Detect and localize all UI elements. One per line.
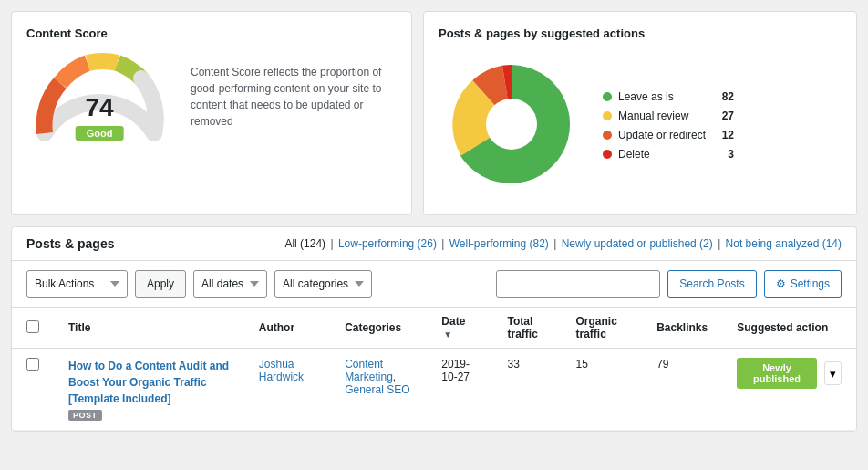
toolbar-right: Search Posts ⚙ Settings xyxy=(496,270,842,298)
legend-dot-update xyxy=(603,131,612,140)
donut-panel-title: Posts & pages by suggested actions xyxy=(439,26,842,40)
author-link[interactable]: Joshua Hardwick xyxy=(259,358,304,383)
row-organic-traffic-cell: 15 xyxy=(561,349,642,431)
legend-item-delete: Delete 3 xyxy=(603,148,734,161)
filter-links: All (124) | Low-performing (26) | Well-p… xyxy=(284,237,842,250)
row-date-cell: 2019-10-27 xyxy=(427,349,492,431)
donut-panel: Posts & pages by suggested actions xyxy=(423,11,857,215)
legend-dot-leave xyxy=(603,92,612,101)
suggested-action-button[interactable]: Newly published xyxy=(737,358,817,389)
sort-arrow-icon: ▼ xyxy=(443,329,452,339)
donut-chart xyxy=(439,51,584,200)
legend-label-update: Update or redirect xyxy=(618,129,706,141)
search-input[interactable] xyxy=(496,270,660,298)
content-score-panel: Content Score xyxy=(11,11,412,215)
row-backlinks-cell: 79 xyxy=(642,349,722,431)
legend-value-delete: 3 xyxy=(712,148,734,161)
gauge-label: Good xyxy=(76,126,124,141)
chevron-down-icon: ▾ xyxy=(830,367,836,381)
legend-label-delete: Delete xyxy=(618,148,706,161)
row-categories-cell: Content Marketing, General SEO xyxy=(330,349,427,431)
col-total-traffic-header: Total traffic xyxy=(493,308,562,349)
col-backlinks-header: Backlinks xyxy=(642,308,722,349)
select-all-checkbox[interactable] xyxy=(26,320,39,333)
col-checkbox xyxy=(12,308,54,349)
table-row: How to Do a Content Audit and Boost Your… xyxy=(12,349,856,431)
legend-item-leave: Leave as is 82 xyxy=(603,90,734,103)
categories-select[interactable]: All categories xyxy=(274,270,372,298)
post-title-link[interactable]: How to Do a Content Audit and Boost Your… xyxy=(68,360,229,405)
legend-item-update: Update or redirect 12 xyxy=(603,129,734,141)
legend-label-leave: Leave as is xyxy=(618,90,706,103)
dates-select[interactable]: All dates xyxy=(193,270,267,298)
filter-not-analyzed[interactable]: Not being analyzed (14) xyxy=(726,237,842,250)
gauge-number: 74 xyxy=(85,93,113,122)
svg-point-0 xyxy=(486,99,537,150)
row-author-cell: Joshua Hardwick xyxy=(244,349,330,431)
settings-label: Settings xyxy=(790,277,830,290)
row-checkbox-cell xyxy=(12,349,54,431)
col-categories-header: Categories xyxy=(330,308,427,349)
donut-legend: Leave as is 82 Manual review 27 Update o… xyxy=(603,90,734,161)
legend-label-manual: Manual review xyxy=(618,110,706,122)
donut-content: Leave as is 82 Manual review 27 Update o… xyxy=(439,51,842,200)
col-date-header[interactable]: Date ▼ xyxy=(427,308,492,349)
apply-button[interactable]: Apply xyxy=(135,270,186,298)
action-cell-container: Newly published ▾ xyxy=(737,358,842,389)
toolbar: Bulk Actions Edit Move to Trash Apply Al… xyxy=(12,261,856,308)
gear-icon: ⚙ xyxy=(776,277,786,290)
search-posts-button[interactable]: Search Posts xyxy=(667,270,756,298)
row-title-cell: How to Do a Content Audit and Boost Your… xyxy=(54,349,244,431)
col-title-header: Title xyxy=(54,308,244,349)
posts-header: Posts & pages All (124) | Low-performing… xyxy=(12,227,856,261)
row-action-cell: Newly published ▾ xyxy=(722,349,856,431)
gauge-description: Content Score reflects the proportion of… xyxy=(191,64,397,130)
col-organic-traffic-header: Organic traffic xyxy=(561,308,642,349)
col-author-header: Author xyxy=(244,308,330,349)
legend-item-manual: Manual review 27 xyxy=(603,110,734,122)
posts-pages-title: Posts & pages xyxy=(26,236,114,251)
legend-value-update: 12 xyxy=(712,129,734,141)
post-type-tag: POST xyxy=(68,410,102,421)
toolbar-left: Bulk Actions Edit Move to Trash Apply Al… xyxy=(26,270,372,298)
action-chevron-button[interactable]: ▾ xyxy=(824,361,842,385)
col-suggested-action-header: Suggested action xyxy=(722,308,856,349)
category-link-2[interactable]: General SEO xyxy=(345,383,409,396)
legend-value-manual: 27 xyxy=(712,110,734,122)
filter-well-performing[interactable]: Well-performing (82) xyxy=(450,237,549,250)
bulk-actions-select[interactable]: Bulk Actions Edit Move to Trash xyxy=(26,270,128,298)
table-header-row: Title Author Categories Date ▼ Total tra… xyxy=(12,308,856,349)
legend-dot-manual xyxy=(603,111,612,120)
content-score-title: Content Score xyxy=(26,26,397,40)
gauge-wrap: 74 Good xyxy=(26,51,172,142)
legend-dot-delete xyxy=(603,150,612,159)
filter-all[interactable]: All (124) xyxy=(284,237,326,250)
posts-pages-section: Posts & pages All (124) | Low-performing… xyxy=(11,226,857,432)
filter-newly-updated[interactable]: Newly updated or published (2) xyxy=(562,237,713,250)
gauge-container: 74 Good Content Score reflects the propo… xyxy=(26,51,397,142)
row-total-traffic-cell: 33 xyxy=(493,349,562,431)
category-link-1[interactable]: Content Marketing xyxy=(345,358,393,383)
legend-value-leave: 82 xyxy=(712,90,734,103)
filter-low-performing[interactable]: Low-performing (26) xyxy=(338,237,437,250)
settings-button[interactable]: ⚙ Settings xyxy=(764,270,842,298)
posts-table: Title Author Categories Date ▼ Total tra… xyxy=(12,308,856,431)
row-checkbox[interactable] xyxy=(26,358,39,371)
